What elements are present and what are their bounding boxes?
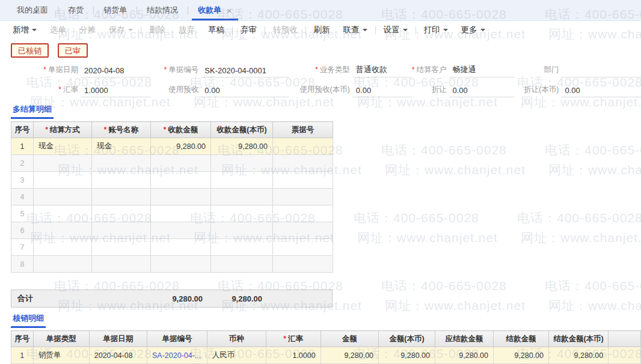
- tab-writeoff-detail[interactable]: 核销明细: [11, 311, 46, 328]
- grid-cell: [34, 155, 92, 172]
- grid-cell[interactable]: 9,280.00: [379, 347, 435, 364]
- used-advance-field: 使用预收0.00: [150, 85, 289, 97]
- status-badge-approved: 已审: [58, 43, 88, 58]
- row-number-cell: 6: [11, 222, 34, 239]
- tab-inventory[interactable]: 存货: [58, 0, 93, 20]
- unapprove-button[interactable]: 弃审: [234, 25, 263, 35]
- discount-base-input[interactable]: 0.00: [561, 86, 641, 97]
- required-asterisk: *: [43, 65, 46, 74]
- column-header: *收款金额: [151, 122, 211, 138]
- grid-cell[interactable]: 销货单: [33, 347, 89, 364]
- department-input[interactable]: [561, 67, 641, 77]
- close-icon[interactable]: ×: [227, 6, 232, 15]
- button-label: 新增: [13, 25, 29, 35]
- allocate-button[interactable]: 分摊: [73, 25, 102, 35]
- discount-input[interactable]: 0.00: [449, 86, 515, 97]
- grid-cell: [92, 256, 151, 273]
- grid-cell: [151, 155, 211, 172]
- tab-settlement-status[interactable]: 结款情况: [137, 0, 188, 20]
- bill-no-input[interactable]: SK-2020-04-0001: [201, 66, 289, 77]
- toolbar-divider: [375, 26, 376, 34]
- draft-button[interactable]: 草稿: [201, 25, 231, 35]
- grid-cell[interactable]: 人民币: [207, 347, 266, 364]
- grid-empty-row: 4: [11, 189, 333, 205]
- column-header: 单据类型: [33, 331, 89, 347]
- chevron-down-icon: [128, 29, 133, 34]
- document-link[interactable]: SA-2020-04-...: [152, 351, 201, 360]
- required-asterisk: *: [104, 126, 107, 134]
- tab-label: 收款单: [198, 5, 221, 16]
- used-advance-base-input[interactable]: 0.00: [352, 86, 412, 97]
- grid-cell[interactable]: 9,280.00: [211, 138, 273, 155]
- grid-cell: [211, 239, 273, 256]
- tab-receipt[interactable]: 收款单×: [188, 0, 242, 20]
- chevron-down-icon: [403, 29, 408, 34]
- grid-cell: [34, 205, 92, 222]
- used-advance-input[interactable]: 0.00: [201, 86, 289, 97]
- chevron-down-icon: [480, 29, 485, 34]
- linked-query-button[interactable]: 联查: [337, 25, 374, 35]
- field-label-text: 单据日期: [48, 65, 78, 74]
- column-header: 币种: [207, 331, 266, 347]
- to-advance-button[interactable]: 转预收: [266, 25, 304, 35]
- grid-cell[interactable]: 9,280.00: [151, 138, 211, 155]
- exchange-rate-input[interactable]: 1.0000: [81, 86, 150, 97]
- column-header-text: 金额: [342, 335, 357, 343]
- tab-sales-order[interactable]: 销货单: [94, 0, 136, 20]
- abandon-button[interactable]: 放弃: [172, 25, 201, 35]
- column-header-text: 序号: [14, 335, 29, 343]
- business-type-input[interactable]: 普通收款: [352, 64, 412, 77]
- field-label: *单据编号: [150, 65, 198, 77]
- tab-my-desktop[interactable]: 我的桌面: [7, 0, 58, 20]
- grid-cell[interactable]: 9,280.00: [435, 347, 493, 364]
- bill-date-field: *单据日期2020-04-08: [0, 65, 150, 77]
- grid-cell: [151, 172, 211, 189]
- bill-date-input[interactable]: 2020-04-08: [81, 66, 150, 77]
- grid-cell[interactable]: 现金: [34, 138, 92, 155]
- column-header: 序号: [11, 122, 34, 138]
- refresh-button[interactable]: 刷新: [307, 25, 337, 35]
- grid-cell: [92, 189, 151, 205]
- total-amount-base: 9,280.00: [211, 294, 273, 303]
- required-asterisk: *: [315, 65, 318, 74]
- grid-cell: [609, 347, 641, 364]
- print-button[interactable]: 打印: [417, 25, 455, 35]
- grid-cell[interactable]: 9,280.00: [548, 347, 608, 364]
- required-asterisk: *: [45, 126, 48, 134]
- grid-empty-row: 6: [11, 222, 333, 239]
- select-order-button[interactable]: 选单: [43, 25, 73, 35]
- column-header: 收款金额(本币): [211, 122, 273, 138]
- tab-label: 结款情况: [147, 5, 178, 16]
- grid-cell: [34, 172, 92, 189]
- writeoff-grid: 序号单据类型单据日期单据编号币种*汇率金额金额(本币)应结款金额结款金额结款金额…: [11, 330, 641, 364]
- grid-cell[interactable]: SA-2020-04-...: [147, 347, 207, 364]
- row-number-cell: 1: [11, 347, 34, 364]
- tab-settlement-detail[interactable]: 多结算明细: [11, 102, 54, 119]
- grid-cell: [273, 239, 333, 256]
- grid-cell: [34, 222, 92, 239]
- field-label-text: 汇率: [63, 85, 78, 94]
- grid-cell[interactable]: 9,280.00: [320, 347, 378, 364]
- grid-cell[interactable]: 2020-04-08: [89, 347, 147, 364]
- table1-table: 序号*结算方式*账号名称*收款金额收款金额(本币)票据号1现金现金9,280.0…: [11, 121, 333, 273]
- toolbar-divider: [305, 26, 306, 34]
- save-button[interactable]: 保存: [102, 25, 140, 35]
- new-button[interactable]: 新增: [6, 25, 43, 35]
- more-button[interactable]: 更多: [455, 25, 492, 35]
- chevron-down-icon: [32, 29, 37, 34]
- row-number-cell: 7: [11, 239, 34, 256]
- grid-cell: [211, 205, 273, 222]
- grid-cell[interactable]: 9,280.00: [494, 347, 549, 364]
- row-number-cell: 1: [11, 138, 34, 155]
- settings-button[interactable]: 设置: [377, 25, 414, 35]
- watermark-text: 电话：400-665-0028: [545, 278, 641, 294]
- grid-cell[interactable]: 1.0000: [266, 347, 320, 364]
- settle-customer-input[interactable]: 畅捷通: [449, 64, 515, 77]
- field-label: *单据日期: [0, 65, 78, 77]
- delete-button[interactable]: 删除: [143, 25, 172, 35]
- field-label-text: 使用预收(本币): [300, 85, 350, 94]
- row-number-cell: 4: [11, 189, 34, 205]
- toolbar-divider: [141, 26, 141, 34]
- status-badges: 已核销已审: [11, 43, 641, 58]
- grid-cell[interactable]: 现金: [92, 138, 151, 155]
